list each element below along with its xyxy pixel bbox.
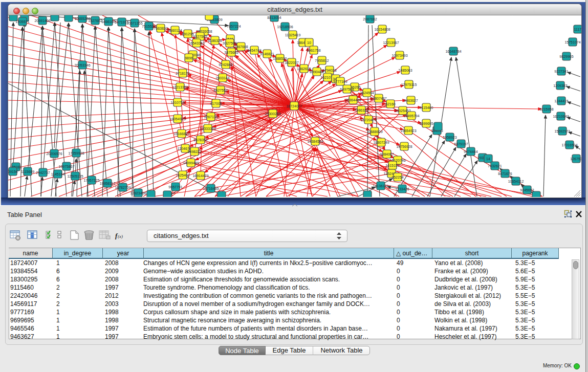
svg-text:1115689: 1115689 [21,170,34,173]
svg-text:9242848: 9242848 [219,63,232,67]
svg-text:16914479: 16914479 [192,174,208,178]
svg-text:5498222: 5498222 [187,150,201,154]
svg-text:12333389: 12333389 [200,127,215,130]
svg-text:8660124: 8660124 [168,29,182,32]
svg-text:15692971: 15692971 [554,129,570,133]
svg-text:10: 10 [307,41,311,45]
svg-text:8186328: 8186328 [208,39,222,42]
svg-text:1362615: 1362615 [297,67,311,71]
svg-text:9699695: 9699695 [419,122,433,125]
svg-text:1244415: 1244415 [554,99,568,103]
svg-text:19975867: 19975867 [58,165,74,168]
svg-text:17975115: 17975115 [401,83,417,86]
svg-text:10973493: 10973493 [391,54,407,57]
svg-text:7663822: 7663822 [154,27,167,30]
svg-text:891295: 891295 [182,32,193,36]
svg-text:7485063: 7485063 [398,69,412,72]
svg-text:14: 14 [486,157,490,161]
svg-text:1145194: 1145194 [51,172,65,176]
svg-text:9896: 9896 [185,56,193,60]
svg-text:19958117: 19958117 [100,182,116,185]
svg-text:2087682: 2087682 [363,17,377,21]
svg-text:10671355: 10671355 [126,21,142,25]
svg-text:6794028: 6794028 [322,69,336,72]
svg-text:16782759: 16782759 [115,186,130,189]
svg-text:5958923: 5958923 [443,136,456,139]
svg-text:1905571: 1905571 [15,20,29,24]
svg-text:1117: 1117 [574,28,581,31]
svg-text:9227341: 9227341 [554,70,568,73]
svg-text:17359928: 17359928 [68,151,84,155]
svg-text:15716485: 15716485 [203,187,219,190]
svg-text:9115460: 9115460 [420,106,433,110]
svg-text:11325419: 11325419 [285,33,301,37]
svg-text:62160: 62160 [385,102,396,106]
svg-text:6466160: 6466160 [101,20,115,24]
svg-text:19166827: 19166827 [173,132,189,136]
svg-text:6961758: 6961758 [307,49,320,52]
svg-text:39154: 39154 [8,170,18,173]
svg-text:8427552: 8427552 [213,89,227,92]
svg-text:7955812: 7955812 [315,59,329,62]
svg-text:16648784: 16648784 [445,50,461,53]
svg-text:12505135: 12505135 [67,174,83,178]
svg-text:7857224: 7857224 [227,25,241,28]
svg-text:417006: 417006 [210,102,222,105]
svg-text:2803144: 2803144 [215,76,229,80]
svg-text:10807487: 10807487 [371,97,386,100]
svg-text:17957225: 17957225 [83,179,99,182]
svg-text:15751074: 15751074 [564,40,580,44]
svg-text:20206576: 20206576 [46,152,62,156]
svg-text:1615152: 1615152 [385,164,399,167]
svg-text:7625402: 7625402 [176,173,189,177]
svg-text:19654923: 19654923 [400,129,416,133]
svg-text:14099489: 14099489 [183,161,199,165]
svg-text:6497568: 6497568 [340,87,354,91]
svg-text:2718176: 2718176 [176,72,189,75]
svg-text:10688609: 10688609 [366,130,382,134]
svg-text:1733426: 1733426 [395,187,409,191]
svg-text:9777169: 9777169 [333,80,347,83]
svg-text:9474444: 9474444 [464,150,477,154]
svg-text:8471676: 8471676 [498,172,512,176]
svg-text:10654112: 10654112 [508,180,524,183]
svg-text:3215958: 3215958 [539,107,553,111]
svg-text:15720407: 15720407 [360,118,376,122]
svg-text:19384554: 19384554 [307,140,323,143]
svg-text:9463627: 9463627 [404,99,418,102]
svg-text:9146821: 9146821 [260,52,274,56]
svg-text:2367608: 2367608 [234,45,248,49]
svg-text:16495794: 16495794 [403,114,419,118]
svg-text:20053346: 20053346 [74,63,90,67]
svg-text:19756928: 19756928 [396,145,412,148]
svg-text:25300285: 25300285 [265,112,280,116]
svg-text:14136141: 14136141 [373,184,388,188]
svg-text:20364436: 20364436 [345,98,361,102]
svg-text:8454749: 8454749 [247,49,261,52]
svg-text:18807249: 18807249 [373,141,389,144]
svg-text:7986322: 7986322 [354,108,368,112]
svg-text:3822037: 3822037 [285,61,298,64]
svg-text:1527602: 1527602 [88,19,102,23]
svg-text:16543362: 16543362 [188,41,204,45]
svg-text:3267130: 3267130 [204,115,217,119]
svg-text:7432621: 7432621 [488,164,502,168]
svg-text:9327508: 9327508 [223,41,236,45]
svg-text:8678352: 8678352 [193,138,207,142]
svg-text:(x): (x) [118,234,123,239]
svg-text:12923466: 12923466 [130,191,146,195]
svg-text:16154808: 16154808 [374,28,390,31]
svg-text:6879197: 6879197 [454,142,468,146]
svg-text:12213967: 12213967 [383,41,399,45]
svg-text:8990448: 8990448 [310,70,323,74]
svg-text:252254: 252254 [391,176,403,179]
svg-text:9657791: 9657791 [168,185,182,189]
svg-text:2942737: 2942737 [36,171,50,174]
svg-text:9245652: 9245652 [520,188,534,192]
svg-text:126753: 126753 [570,157,581,161]
svg-text:1209383: 1209383 [553,84,567,87]
svg-text:16210643: 16210643 [553,115,569,118]
svg-text:19054925: 19054925 [169,117,185,121]
svg-text:1010755: 1010755 [170,101,184,104]
svg-text:1588520: 1588520 [273,57,287,60]
